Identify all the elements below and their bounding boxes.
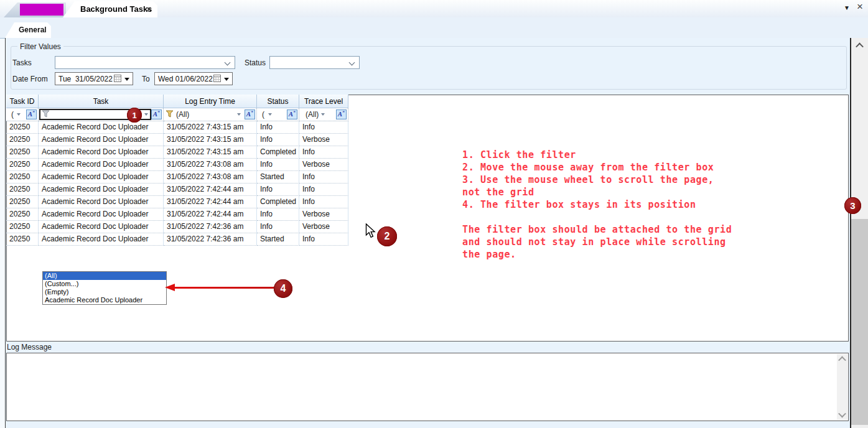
- dropdown-item[interactable]: (All): [43, 272, 166, 280]
- calendar-icon[interactable]: [213, 75, 221, 84]
- status-combobox[interactable]: [269, 56, 360, 69]
- annotation-note-line: the page.: [462, 248, 732, 261]
- table-row[interactable]: 20250Academic Record Doc Uploader31/05/2…: [6, 134, 348, 146]
- match-case-button[interactable]: A*: [287, 109, 297, 119]
- page-scrollbar-thumb[interactable]: [851, 219, 868, 425]
- tasks-label: Tasks: [12, 58, 32, 67]
- match-case-button[interactable]: A*: [336, 109, 347, 119]
- annotation-arrow-line: [174, 287, 274, 289]
- annotation-notes: 1. Click the filter2. Move the mouse awa…: [462, 149, 732, 261]
- chevron-up-icon: [838, 356, 846, 365]
- grid-cell: Academic Record Doc Uploader: [39, 171, 164, 184]
- grid-cell: Verbose: [299, 159, 348, 171]
- tab-list-dropdown-icon[interactable]: ▼: [844, 4, 850, 11]
- grid-cell: Info: [299, 121, 348, 134]
- chevron-down-icon[interactable]: [144, 113, 148, 116]
- window-close-icon[interactable]: ×: [857, 1, 863, 13]
- filter-cell-log-entry-time[interactable]: (All) A*: [164, 108, 257, 121]
- grid-cell: 20250: [6, 221, 39, 233]
- grid-cell: 20250: [6, 159, 39, 171]
- date-from-picker[interactable]: Tue 31/05/2022: [55, 72, 133, 85]
- annotation-note-line: not the grid: [462, 186, 732, 198]
- calendar-icon[interactable]: [114, 75, 121, 84]
- column-header-log-entry-time[interactable]: Log Entry Time: [164, 95, 257, 108]
- table-row[interactable]: 20250Academic Record Doc Uploader31/05/2…: [6, 146, 348, 159]
- annotation-badge-3: 3: [844, 197, 861, 214]
- filter-funnel-active-icon[interactable]: [166, 110, 174, 119]
- grid-cell: Completed: [257, 196, 299, 208]
- log-scrollbar[interactable]: [837, 354, 847, 420]
- filter-values-title: Filter Values: [17, 42, 63, 51]
- grid-cell: Info: [257, 121, 299, 134]
- grid-cell: 20250: [6, 208, 39, 221]
- tab-general[interactable]: General: [5, 22, 51, 38]
- table-row[interactable]: 20250Academic Record Doc Uploader31/05/2…: [6, 208, 348, 221]
- log-message-textarea[interactable]: [6, 353, 849, 421]
- grid-cell: Info: [299, 196, 348, 208]
- chevron-down-icon[interactable]: [321, 113, 325, 116]
- table-row[interactable]: 20250Academic Record Doc Uploader31/05/2…: [6, 159, 348, 171]
- annotation-badge-1: 1: [127, 108, 142, 123]
- chevron-down-icon: [838, 410, 846, 418]
- match-case-button[interactable]: A*: [245, 109, 255, 119]
- tab-close-icon[interactable]: ×: [146, 4, 151, 14]
- filter-task-id-value: (: [11, 110, 14, 119]
- annotation-arrow-head: [165, 284, 175, 291]
- annotation-note-line: The filter box should be attached to the…: [462, 223, 732, 236]
- column-header-trace-level[interactable]: Trace Level: [299, 95, 348, 108]
- date-to-picker[interactable]: Wed 01/06/2022: [154, 72, 233, 85]
- grid-cell: Academic Record Doc Uploader: [39, 146, 164, 159]
- table-row[interactable]: 20250Academic Record Doc Uploader31/05/2…: [6, 221, 348, 233]
- column-header-status[interactable]: Status: [257, 95, 299, 108]
- column-header-task[interactable]: Task: [39, 95, 164, 108]
- grid-cell: 31/05/2022 7:43:08 am: [164, 159, 257, 171]
- chevron-down-icon[interactable]: [124, 78, 129, 81]
- filter-log-entry-value: (All): [176, 110, 189, 119]
- dropdown-item[interactable]: Academic Record Doc Uploader: [43, 296, 166, 304]
- table-row[interactable]: 20250Academic Record Doc Uploader31/05/2…: [6, 171, 348, 184]
- annotation-badge-4: 4: [274, 279, 292, 298]
- table-row[interactable]: 20250Academic Record Doc Uploader31/05/2…: [6, 121, 348, 134]
- filter-cell-task-id[interactable]: ( A*: [6, 108, 39, 121]
- grid-cell: 31/05/2022 7:42:36 am: [164, 221, 257, 233]
- dropdown-item[interactable]: (Empty): [43, 288, 166, 296]
- grid-cell: Academic Record Doc Uploader: [39, 196, 164, 208]
- chevron-down-icon[interactable]: [268, 113, 272, 116]
- grid-cell: 31/05/2022 7:43:15 am: [164, 146, 257, 159]
- scroll-down-button[interactable]: [837, 409, 847, 420]
- filter-trace-level-value: (All): [306, 110, 319, 119]
- table-row[interactable]: 20250Academic Record Doc Uploader31/05/2…: [6, 196, 348, 208]
- scroll-up-button[interactable]: [837, 354, 847, 365]
- filter-cell-task[interactable]: A*: [39, 108, 164, 121]
- mouse-cursor-icon: [365, 223, 377, 241]
- table-row[interactable]: 20250Academic Record Doc Uploader31/05/2…: [6, 233, 348, 246]
- match-case-button[interactable]: A*: [151, 109, 162, 119]
- table-row[interactable]: 20250Academic Record Doc Uploader31/05/2…: [6, 184, 348, 196]
- column-header-task-id[interactable]: Task ID: [6, 95, 39, 108]
- filter-funnel-icon[interactable]: [42, 110, 50, 119]
- match-case-button[interactable]: A*: [26, 109, 37, 119]
- tab-redacted[interactable]: [4, 2, 66, 17]
- dropdown-item[interactable]: (Custom...): [43, 280, 166, 288]
- date-from-label: Date From: [12, 75, 48, 83]
- status-label: Status: [245, 58, 266, 67]
- grid-cell: 31/05/2022 7:42:44 am: [164, 196, 257, 208]
- tasks-combobox[interactable]: [55, 56, 235, 69]
- chevron-down-icon[interactable]: [225, 60, 231, 66]
- grid-cell: Academic Record Doc Uploader: [39, 159, 164, 171]
- filter-cell-trace-level[interactable]: (All) A*: [299, 108, 348, 121]
- grid-cell: 31/05/2022 7:42:36 am: [164, 233, 257, 246]
- chevron-down-icon[interactable]: [237, 113, 241, 116]
- grid-cell: Started: [257, 233, 299, 246]
- grid-cell: Academic Record Doc Uploader: [39, 184, 164, 196]
- chevron-down-icon[interactable]: [349, 60, 355, 66]
- grid-cell: Info: [257, 221, 299, 233]
- filter-dropdown-list[interactable]: (All)(Custom...)(Empty)Academic Record D…: [42, 271, 167, 305]
- grid-cell: 31/05/2022 7:43:08 am: [164, 171, 257, 184]
- chevron-down-icon[interactable]: [224, 78, 229, 81]
- tab-background-tasks[interactable]: Background Tasks ×: [63, 1, 157, 17]
- page-scroll-up-button[interactable]: [851, 40, 868, 51]
- chevron-down-icon[interactable]: [17, 113, 21, 116]
- page-scrollbar[interactable]: [851, 38, 868, 428]
- filter-cell-status[interactable]: ( A*: [257, 108, 299, 121]
